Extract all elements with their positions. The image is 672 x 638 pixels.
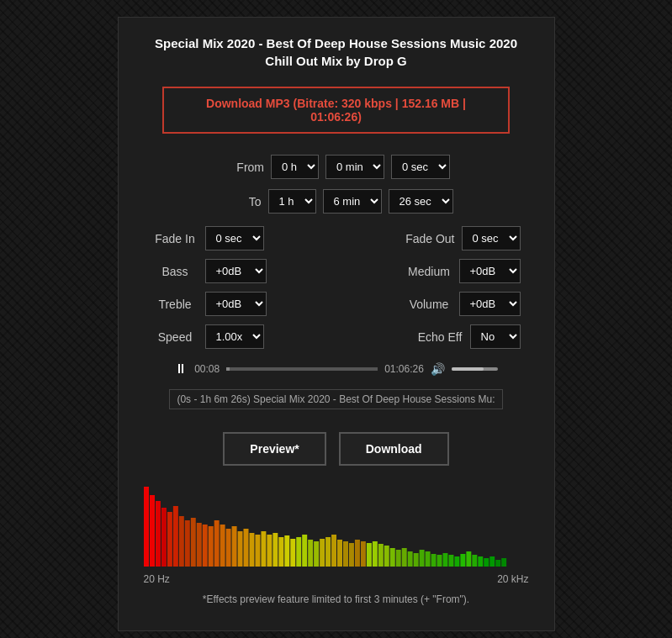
bass-select[interactable]: -10dB -6dB -3dB +0dB +3dB +6dB (205, 259, 267, 283)
to-row: To 1 h 6 min 26 sec (144, 189, 529, 214)
footer-note: *Effects preview feature limited to firs… (144, 593, 529, 605)
to-seconds-select[interactable]: 26 sec (389, 189, 453, 214)
spectrum-labels: 20 Hz 20 kHz (144, 573, 529, 585)
progress-bar[interactable] (226, 367, 378, 371)
from-minutes-select[interactable]: 0 min (325, 155, 384, 179)
preview-button[interactable]: Preview* (223, 432, 325, 466)
speed-control: Speed 0.50x 0.75x 1.00x 1.25x 1.50x 2.00… (152, 324, 328, 349)
from-label: From (222, 161, 264, 174)
speed-select[interactable]: 0.50x 0.75x 1.00x 1.25x 1.50x 2.00x (205, 324, 264, 349)
current-time: 00:08 (194, 363, 220, 375)
fade-in-control: Fade In 0 sec 1 sec 2 sec 3 sec (152, 226, 328, 250)
medium-label: Medium (406, 265, 452, 278)
spectrum-low-label: 20 Hz (144, 573, 170, 585)
volume-slider[interactable] (452, 367, 498, 371)
fade-in-select[interactable]: 0 sec 1 sec 2 sec 3 sec (205, 226, 264, 250)
spectrum-high-label: 20 kHz (497, 573, 528, 585)
to-hours-select[interactable]: 1 h (268, 189, 316, 214)
fade-in-label: Fade In (152, 232, 198, 245)
from-row: From 0 h 0 min 0 sec (144, 155, 529, 179)
total-time: 01:06:26 (384, 363, 424, 375)
from-hours-select[interactable]: 0 h (271, 155, 319, 179)
controls-grid: Fade In 0 sec 1 sec 2 sec 3 sec Fade Out… (144, 226, 529, 349)
echo-eff-select[interactable]: No Yes (470, 324, 521, 349)
echo-eff-label: Echo Eff (417, 330, 463, 344)
volume-fill (452, 367, 484, 371)
fade-out-control: Fade Out 0 sec 1 sec 2 sec (345, 226, 521, 250)
track-info: (0s - 1h 6m 26s) Special Mix 2020 - Best… (169, 389, 502, 409)
bass-control: Bass -10dB -6dB -3dB +0dB +3dB +6dB (152, 259, 328, 283)
from-seconds-select[interactable]: 0 sec (391, 155, 450, 179)
to-label: To (220, 195, 262, 208)
volume-control: Volume -10dB +0dB +3dB (345, 292, 521, 316)
spectrum-canvas (144, 482, 529, 567)
bass-label: Bass (152, 265, 198, 278)
main-container: Special Mix 2020 - Best Of Deep House Se… (118, 17, 555, 631)
spectrum-visualizer: 20 Hz 20 kHz (144, 482, 529, 585)
download-button[interactable]: Download (339, 432, 449, 466)
to-minutes-select[interactable]: 6 min (323, 189, 382, 214)
volume-select[interactable]: -10dB +0dB +3dB (459, 292, 521, 316)
progress-fill (226, 367, 230, 371)
fade-out-select[interactable]: 0 sec 1 sec 2 sec (462, 226, 521, 250)
treble-label: Treble (152, 298, 198, 311)
echo-eff-control: Echo Eff No Yes (345, 324, 521, 349)
medium-select[interactable]: -10dB +0dB +3dB (459, 259, 521, 283)
page-title: Special Mix 2020 - Best Of Deep House Se… (144, 34, 529, 70)
audio-player: ⏸ 00:08 01:06:26 🔊 (144, 361, 529, 377)
fade-out-label: Fade Out (405, 232, 454, 245)
download-mp3-button[interactable]: Download MP3 (Bitrate: 320 kbps | 152.16… (162, 87, 509, 134)
volume-label: Volume (406, 298, 452, 311)
treble-control: Treble -10dB +0dB +3dB (152, 292, 328, 316)
volume-icon: 🔊 (431, 362, 445, 376)
treble-select[interactable]: -10dB +0dB +3dB (205, 292, 267, 316)
play-pause-button[interactable]: ⏸ (174, 361, 188, 377)
medium-control: Medium -10dB +0dB +3dB (345, 259, 521, 283)
speed-label: Speed (152, 330, 198, 344)
action-buttons: Preview* Download (144, 432, 529, 466)
